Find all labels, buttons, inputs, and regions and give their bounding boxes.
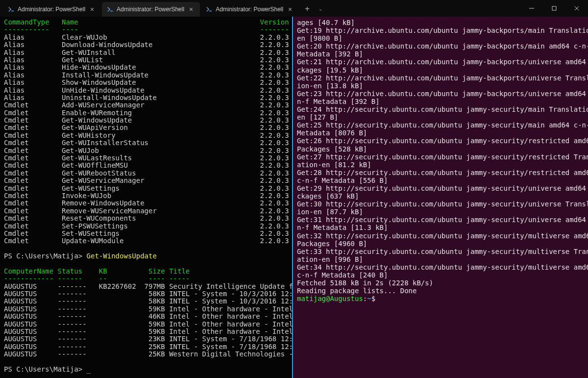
tab-strip: Administrator: PowerShell×Administrator:… — [0, 0, 300, 17]
tab-title: Administrator: PowerShell — [117, 6, 184, 13]
tab-2[interactable]: Administrator: PowerShell× — [201, 2, 299, 17]
powershell-icon — [107, 6, 114, 13]
close-tab-icon[interactable]: × — [88, 5, 96, 13]
close-tab-icon[interactable]: × — [286, 5, 294, 13]
window-titlebar: Administrator: PowerShell×Administrator:… — [0, 0, 588, 17]
powershell-pane[interactable]: CommandType Name Version ----------- ---… — [0, 17, 293, 378]
new-tab-button[interactable]: + — [300, 0, 315, 17]
tab-title: Administrator: PowerShell — [18, 6, 85, 13]
maximize-button[interactable] — [543, 0, 565, 17]
ubuntu-pane[interactable]: ages [40.7 kB] Get:19 http://archive.ubu… — [293, 17, 588, 378]
powershell-icon — [206, 6, 213, 13]
tab-title: Administrator: PowerShell — [216, 6, 283, 13]
close-button[interactable] — [565, 0, 588, 17]
powershell-icon — [8, 6, 15, 13]
minimize-button[interactable] — [520, 0, 543, 17]
split-panes: CommandType Name Version ----------- ---… — [0, 17, 588, 378]
tab-dropdown-button[interactable]: ⌄ — [315, 0, 326, 17]
tab-0[interactable]: Administrator: PowerShell× — [3, 2, 101, 17]
close-tab-icon[interactable]: × — [187, 5, 195, 13]
svg-rect-4 — [552, 6, 556, 10]
window-controls — [520, 0, 588, 17]
tab-1[interactable]: Administrator: PowerShell× — [102, 2, 200, 17]
